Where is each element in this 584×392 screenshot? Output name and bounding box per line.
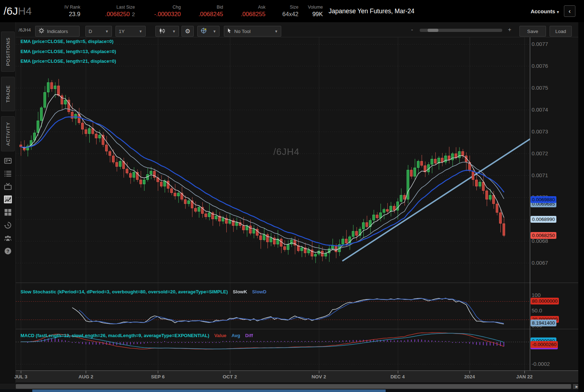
stoch-legend-slowd[interactable]: SlowD — [252, 289, 267, 294]
tv-icon[interactable] — [3, 181, 13, 192]
chart-settings-button[interactable]: ⚙ — [182, 26, 194, 37]
crosshair-style-dropdown[interactable]: ▼ — [197, 26, 220, 37]
community-icon[interactable] — [3, 233, 13, 243]
macd-legend-diff[interactable]: Diff — [245, 333, 253, 338]
drawing-tool-dropdown[interactable]: No Tool ▼ — [224, 26, 281, 37]
price-axis-label: 0.0072 — [532, 150, 548, 156]
price-axis-label: 0.0073 — [532, 128, 548, 134]
chevron-down-icon: ▾ — [557, 10, 559, 14]
load-button[interactable]: Load — [550, 26, 572, 37]
time-axis-label: AUG 2 — [79, 374, 93, 379]
quote-field: Last Size.00682502 — [80, 4, 135, 18]
stochastic-study-label: Slow Stochastic (kPeriod=14, dPeriod=3, … — [20, 289, 267, 294]
price-axis-line — [530, 37, 530, 382]
indicators-button[interactable]: Indicators — [35, 26, 80, 37]
quote-header: /6JH4 IV Rank23.9Last Size.00682502Chg-.… — [0, 0, 584, 22]
zoom-slider[interactable] — [420, 29, 502, 32]
instrument-title: Japanese Yen Futures, Mar-24 — [329, 8, 414, 15]
time-axis-label: DEC 4 — [391, 374, 405, 379]
time-axis: JUL 3AUG 2SEP 6OCT 2NOV 2DEC 42024JAN 22 — [16, 370, 584, 382]
quote-field-label: Volume — [308, 4, 323, 10]
quote-field-value: .00682502 — [105, 10, 135, 18]
sidebar-tab-positions[interactable]: POSITIONS — [1, 32, 15, 72]
chevron-down-icon: ▼ — [105, 29, 109, 33]
sidebar-tab-activity[interactable]: ACTIVITY — [1, 116, 15, 151]
ema-label[interactable]: EMA (price=CLOSE, length=21, displace=0) — [20, 58, 116, 64]
stoch-axis-badge: 8.1941400 — [531, 320, 556, 326]
history-icon[interactable] — [3, 220, 13, 230]
quote-field: IV Rank23.9 — [46, 4, 80, 18]
quote-field-label: Ask — [258, 4, 265, 10]
price-axis-badge: 0.0069880 — [531, 196, 556, 203]
quote-field-label: IV Rank — [65, 4, 80, 10]
collapse-panel-button[interactable]: ‹ — [564, 5, 575, 17]
candlestick-chart-icon — [159, 28, 166, 35]
time-axis-label: SEP 6 — [151, 374, 165, 379]
price-chart-canvas[interactable] — [16, 37, 530, 283]
quote-field-value: 99K — [312, 10, 323, 18]
price-axis-label: 0.0077 — [532, 41, 548, 47]
indicators-icon — [38, 28, 44, 35]
chart-type-dropdown[interactable]: ▼ — [155, 26, 179, 37]
time-axis-label: 2024 — [464, 374, 475, 379]
stoch-axis-badge: 80.0000000 — [531, 298, 559, 304]
price-axis-badge: 0.0068250 — [531, 232, 556, 239]
stoch-legend-slowk[interactable]: SlowK — [233, 289, 247, 294]
left-sidebar: POSITIONSTRADEACTIVITY? — [0, 22, 16, 392]
quote-fields: IV Rank23.9Last Size.00682502Chg-.000032… — [46, 4, 323, 18]
gear-icon: ⚙ — [185, 28, 190, 35]
header-right: Accounts▾ ‹ — [531, 0, 575, 22]
accounts-dropdown[interactable]: Accounts▾ — [531, 8, 559, 14]
chart-toolbar: /6JH4 Indicators D▼ 1Y▼ ▼ ⚙ ▼ No Tool ▼ … — [16, 22, 584, 37]
news-icon[interactable] — [3, 156, 13, 166]
time-axis-label: JUL 3 — [14, 374, 28, 379]
zoom-in-button[interactable]: + — [508, 27, 511, 33]
chevron-down-icon: ▼ — [139, 29, 142, 33]
cursor-icon — [227, 28, 232, 35]
time-axis-tick — [470, 371, 470, 373]
quote-field-value: 23.9 — [69, 10, 80, 18]
crosshair-icon — [201, 27, 207, 35]
chart-symbol-label: /6JH4 — [19, 27, 31, 33]
macd-axis-badge: -0.0000260 — [531, 341, 558, 348]
time-axis-tick — [158, 371, 158, 373]
svg-text:?: ? — [6, 249, 9, 254]
chart-watermark: /6JH4 — [273, 146, 300, 157]
sidebar-tab-label: ACTIVITY — [5, 122, 11, 146]
range-dropdown[interactable]: 1Y▼ — [116, 26, 146, 37]
chevron-left-icon: ‹ — [569, 8, 571, 15]
macd-axis-label: -0.0002 — [532, 361, 550, 367]
save-button[interactable]: Save — [519, 26, 546, 37]
sidebar-tab-trade[interactable]: TRADE — [1, 77, 15, 111]
quote-field-value: -.0000320 — [154, 10, 181, 18]
ema-label[interactable]: EMA (price=CLOSE, length=13, displace=0) — [20, 49, 116, 54]
timeframe-dropdown[interactable]: D▼ — [85, 26, 112, 37]
time-axis-tick — [86, 371, 86, 373]
watchlist-icon[interactable] — [3, 169, 13, 179]
time-axis-tick — [524, 371, 525, 373]
time-axis-tick — [21, 371, 21, 373]
sidebar-tab-label: POSITIONS — [5, 37, 11, 66]
time-axis-tick — [230, 371, 230, 373]
price-axis-badge: 0.0068990 — [531, 216, 556, 223]
visible-range-indicator[interactable] — [32, 389, 386, 392]
stoch-axis-label: 100 — [532, 292, 541, 298]
macd-legend-value[interactable]: Value — [214, 333, 226, 338]
time-axis-label: NOV 2 — [312, 374, 326, 379]
chart-icon[interactable] — [3, 194, 13, 204]
zoom-out-button[interactable]: - — [411, 27, 413, 33]
bottom-range-strip — [0, 389, 584, 392]
macd-study-label: MACD (fastLength=12, slowLength=26, macd… — [20, 333, 253, 338]
quote-field: Volume99K — [298, 4, 323, 18]
macd-legend-avg[interactable]: Avg — [231, 333, 240, 338]
price-axis-label: 0.0076 — [532, 63, 548, 69]
grid-icon[interactable] — [3, 207, 13, 217]
zoom-slider-thumb[interactable] — [428, 29, 438, 32]
scrollbar-thumb[interactable] — [16, 384, 571, 389]
quote-field-label: Chg — [173, 4, 181, 10]
horizontal-scrollbar[interactable]: ▶ — [0, 383, 584, 389]
quote-field-value: .0068245 — [198, 10, 223, 18]
ema-label[interactable]: EMA (price=CLOSE, length=5, displace=0) — [20, 39, 113, 44]
help-icon[interactable]: ? — [3, 246, 13, 256]
time-axis-tick — [398, 371, 398, 373]
